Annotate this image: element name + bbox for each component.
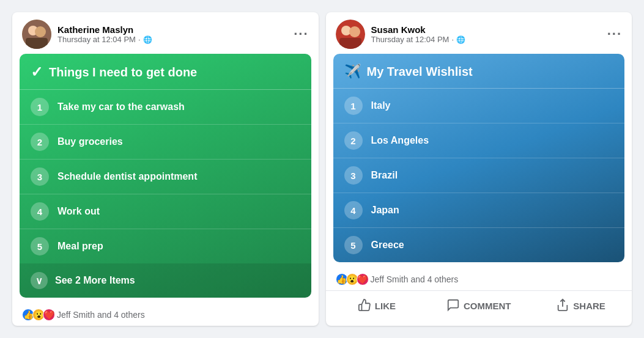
item-number-5: 5 [31, 237, 49, 255]
post-header-right-section: Susan Kwok Thursday at 12:04 PM · 🌐 [336, 20, 466, 49]
reaction-emojis-left: 👍 😮 ❤️ [22, 309, 53, 321]
more-options-right[interactable]: ··· [607, 26, 622, 42]
item-text-r1: Italy [371, 100, 391, 111]
list-items-right: 1 Italy 2 Los Angeles 3 Brazil 4 Japan 5 [333, 89, 625, 262]
item-text-r3: Brazil [371, 170, 398, 181]
item-number-r5: 5 [344, 236, 363, 254]
avatar-svg-right [336, 20, 365, 49]
posts-container: Katherine Maslyn Thursday at 12:04 PM · … [6, 6, 638, 332]
reaction-emojis-right: 👍 😮 ❤️ [336, 273, 367, 285]
post-meta-right: Thursday at 12:04 PM · 🌐 [371, 35, 466, 44]
love-reaction: ❤️ [43, 309, 55, 321]
item-text-1: Take my car to the carwash [57, 101, 185, 112]
list-item: 3 Brazil [333, 158, 625, 193]
comment-label: COMMENT [464, 301, 511, 311]
item-text-r4: Japan [371, 205, 399, 216]
item-number-1: 1 [31, 98, 49, 116]
list-item: 3 Schedule dentist appointment [20, 160, 311, 194]
author-name-left: Katherine Maslyn [57, 24, 152, 35]
author-info-left: Katherine Maslyn Thursday at 12:04 PM · … [57, 24, 152, 44]
avatar-left [22, 20, 51, 49]
post-card-left: Katherine Maslyn Thursday at 12:04 PM · … [12, 12, 319, 326]
timestamp-left: Thursday at 12:04 PM [57, 35, 136, 44]
post-header-right: Susan Kwok Thursday at 12:04 PM · 🌐 ··· [326, 12, 632, 54]
share-label: SHARE [573, 301, 605, 311]
svg-rect-7 [339, 38, 361, 49]
item-number-r3: 3 [344, 166, 363, 185]
avatar-right [336, 20, 365, 49]
like-button[interactable]: LIKE [326, 293, 428, 318]
item-number-r1: 1 [344, 97, 363, 115]
list-item: 5 Greece [333, 228, 625, 262]
post-header-left: Katherine Maslyn Thursday at 12:04 PM · … [12, 12, 319, 54]
list-card-green: ✓ Things I need to get done 1 Take my ca… [20, 54, 311, 298]
avatar-image-left [22, 20, 51, 49]
item-text-5: Meal prep [57, 241, 103, 252]
item-number-r4: 4 [344, 201, 363, 219]
list-item: 5 Meal prep [20, 229, 311, 263]
post-header-left-section: Katherine Maslyn Thursday at 12:04 PM · … [22, 20, 152, 49]
post-card-right: Susan Kwok Thursday at 12:04 PM · 🌐 ··· … [326, 12, 632, 326]
item-number-3: 3 [31, 167, 49, 186]
svg-point-2 [35, 26, 46, 37]
like-icon [358, 298, 371, 314]
privacy-icon-left: 🌐 [143, 35, 152, 44]
reactions-bar-left: 👍 😮 ❤️ Jeff Smith and 4 others [12, 304, 319, 326]
list-item: 2 Buy groceries [20, 125, 311, 160]
action-bar-right: LIKE COMMENT SHARE [326, 290, 632, 321]
chevron-down-icon: ∨ [31, 272, 48, 289]
see-more-text: See 2 More Items [55, 275, 135, 286]
love-reaction-r: ❤️ [357, 273, 369, 285]
share-button[interactable]: SHARE [530, 293, 632, 318]
reactions-text-left: Jeff Smith and 4 others [57, 310, 145, 320]
dot-separator-left: · [138, 35, 141, 44]
list-item: 4 Work out [20, 194, 311, 229]
comment-icon [446, 298, 460, 314]
list-items-left: 1 Take my car to the carwash 2 Buy groce… [20, 90, 311, 263]
list-item: 1 Italy [333, 89, 625, 123]
list-card-title-right: My Travel Wishlist [367, 65, 473, 79]
comment-button[interactable]: COMMENT [427, 293, 530, 318]
item-text-r5: Greece [371, 240, 404, 251]
list-card-title-left: Things I need to get done [49, 65, 197, 79]
svg-point-6 [349, 26, 360, 37]
like-label: LIKE [375, 301, 396, 311]
item-text-4: Work out [57, 206, 100, 217]
item-number-4: 4 [31, 202, 49, 221]
avatar-svg-left [22, 20, 51, 49]
reactions-bar-right: 👍 😮 ❤️ Jeff Smith and 4 others [326, 268, 632, 290]
item-text-r2: Los Angeles [371, 135, 429, 146]
list-item: 4 Japan [333, 193, 625, 228]
item-text-2: Buy groceries [57, 136, 123, 147]
item-number-2: 2 [31, 133, 49, 151]
author-name-right: Susan Kwok [371, 24, 466, 35]
post-meta-left: Thursday at 12:04 PM · 🌐 [57, 35, 152, 44]
share-icon [556, 298, 569, 314]
list-item: 2 Los Angeles [333, 123, 625, 158]
more-options-left[interactable]: ··· [294, 26, 308, 42]
airplane-icon: ✈️ [344, 64, 361, 79]
list-card-header-right: ✈️ My Travel Wishlist [333, 54, 625, 89]
list-card-blue: ✈️ My Travel Wishlist 1 Italy 2 Los Ange… [333, 54, 625, 262]
item-text-3: Schedule dentist appointment [57, 171, 197, 182]
privacy-icon-right: 🌐 [456, 35, 465, 44]
dot-separator-right: · [451, 35, 454, 44]
item-number-r2: 2 [344, 131, 363, 150]
see-more-button[interactable]: ∨ See 2 More Items [20, 263, 311, 298]
list-card-header-left: ✓ Things I need to get done [20, 54, 311, 90]
timestamp-right: Thursday at 12:04 PM [371, 35, 450, 44]
author-info-right: Susan Kwok Thursday at 12:04 PM · 🌐 [371, 24, 466, 44]
checkmark-icon: ✓ [31, 64, 43, 81]
svg-rect-3 [26, 38, 48, 49]
list-item: 1 Take my car to the carwash [20, 90, 311, 125]
reactions-text-right: Jeff Smith and 4 others [371, 274, 459, 284]
